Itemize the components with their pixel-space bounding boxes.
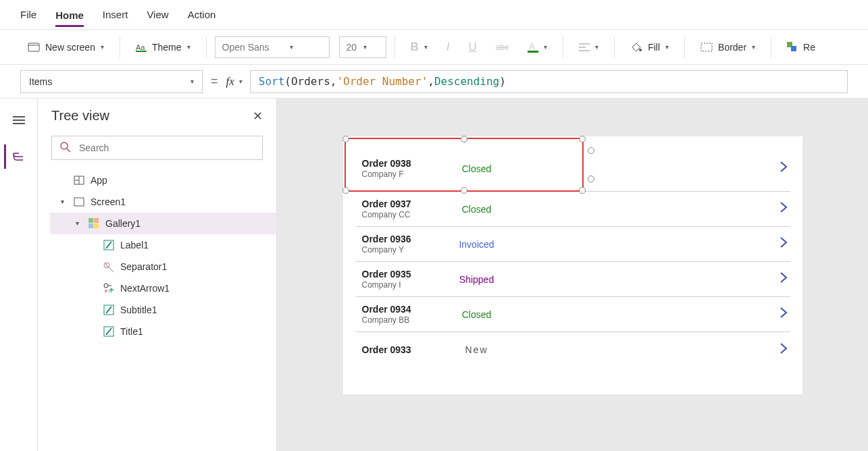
menu-item-insert[interactable]: Insert — [103, 9, 128, 20]
tree-node-label: NextArrow1 — [120, 283, 170, 294]
svg-rect-21 — [74, 198, 84, 206]
formula-token: ) — [499, 75, 506, 88]
font-color-button[interactable]: A ▾ — [520, 37, 555, 57]
gallery-row[interactable]: Order 0937Company CCClosed — [355, 192, 790, 227]
svg-rect-23 — [94, 218, 99, 223]
chevron-down-icon: ▾ — [595, 43, 598, 51]
new-screen-button[interactable]: New screen ▾ — [20, 37, 111, 57]
tree-node-gallery1[interactable]: ▾Gallery1 — [50, 213, 276, 234]
chevron-down-icon: ▾ — [101, 43, 104, 51]
chevron-right-icon[interactable] — [780, 271, 788, 287]
menu-item-view[interactable]: View — [147, 9, 168, 20]
formula-token: Descending — [434, 75, 499, 88]
chevron-down-icon: ▾ — [290, 43, 293, 51]
tree-node-nextarrow1[interactable]: NextArrow1 — [50, 277, 276, 299]
svg-point-28 — [104, 284, 108, 288]
font-family-select[interactable]: Open Sans ▾ — [215, 36, 330, 58]
resize-handle[interactable] — [579, 136, 586, 142]
chevron-right-icon[interactable] — [780, 161, 788, 176]
menu-item-file[interactable]: File — [20, 9, 36, 20]
border-button[interactable]: Border ▾ — [693, 37, 763, 57]
svg-rect-25 — [94, 223, 99, 228]
chevron-down-icon: ▾ — [238, 78, 242, 85]
work-area: Tree view ✕ App▾Screen1▾Gallery1Label1Se… — [0, 99, 868, 451]
fill-label: Fill — [648, 42, 660, 53]
gallery-row[interactable]: Order 0938Company FClosed — [355, 146, 790, 192]
align-button[interactable]: ▾ — [571, 38, 606, 57]
theme-icon: Aa — [136, 43, 147, 52]
italic-button[interactable]: I — [439, 36, 457, 59]
menu-item-action[interactable]: Action — [188, 9, 216, 20]
font-family-value: Open Sans — [222, 42, 270, 53]
underline-icon: U — [469, 41, 477, 54]
tree-node-app[interactable]: App — [50, 169, 276, 191]
close-icon[interactable]: ✕ — [253, 109, 263, 124]
search-input[interactable] — [78, 142, 254, 154]
theme-button[interactable]: Aa Theme ▾ — [128, 37, 198, 57]
caret-icon: ▾ — [61, 198, 68, 205]
tree-node-screen1[interactable]: ▾Screen1 — [50, 191, 276, 213]
fx-button[interactable]: fx ▾ — [226, 75, 242, 88]
tree-node-label: Label1 — [120, 240, 149, 250]
chevron-right-icon[interactable] — [780, 236, 788, 252]
gallery-control[interactable]: Order 0938Company FClosedOrder 0937Compa… — [355, 146, 790, 385]
svg-rect-10 — [701, 43, 712, 51]
tree-search[interactable] — [51, 136, 263, 160]
tree-node-label: Screen1 — [91, 196, 126, 207]
resize-handle[interactable] — [461, 136, 467, 142]
tree-node-label: Subtitle1 — [120, 304, 157, 315]
underline-button[interactable]: U — [461, 36, 484, 59]
fx-icon: fx — [226, 75, 234, 88]
row-status: Shipped — [436, 274, 517, 285]
svg-line-17 — [67, 149, 70, 152]
tree-node-label: Gallery1 — [105, 218, 141, 229]
chevron-down-icon: ▾ — [665, 43, 669, 51]
tree: App▾Screen1▾Gallery1Label1Separator1Next… — [38, 169, 276, 342]
separator — [771, 36, 771, 58]
font-size-value: 20 — [347, 42, 357, 53]
property-select[interactable]: Items ▾ — [20, 70, 203, 93]
rail-hamburger[interactable] — [5, 108, 32, 132]
row-title: Order 0937 — [362, 198, 436, 209]
resize-handle[interactable] — [342, 187, 349, 194]
chevron-right-icon[interactable] — [780, 342, 788, 358]
new-screen-icon — [28, 43, 40, 52]
menu-item-home[interactable]: Home — [55, 9, 84, 27]
resize-handle[interactable] — [342, 136, 349, 142]
formula-token: Sort — [259, 75, 285, 88]
separator — [684, 36, 685, 58]
chevron-right-icon[interactable] — [780, 307, 788, 322]
tree-node-label: Separator1 — [120, 261, 167, 272]
strike-button[interactable]: abc — [488, 38, 516, 57]
gallery-row[interactable]: Order 0933New — [355, 332, 790, 367]
canvas[interactable]: Order 0938Company FClosedOrder 0937Compa… — [277, 99, 868, 451]
tree-node-separator1[interactable]: Separator1 — [50, 256, 276, 277]
svg-point-16 — [61, 142, 68, 149]
gallery-row[interactable]: Order 0935Company IShipped — [355, 262, 790, 297]
gallery-row[interactable]: Order 0934Company BBClosed — [355, 297, 790, 332]
border-label: Border — [718, 42, 746, 53]
tree-title: Tree view — [51, 108, 109, 124]
row-title: Order 0936 — [362, 234, 436, 244]
chevron-down-icon: ▾ — [363, 43, 367, 51]
reorder-button[interactable]: Re — [780, 37, 823, 57]
caret-icon: ▾ — [76, 219, 82, 227]
chevron-right-icon[interactable] — [780, 201, 788, 217]
label-icon — [103, 239, 115, 251]
formula-input[interactable]: Sort ( Orders , 'Order Number' , Descend… — [250, 70, 848, 93]
row-status: Closed — [436, 163, 517, 174]
label-icon — [103, 304, 115, 316]
chevron-down-icon: ▾ — [752, 43, 755, 51]
tree-node-title1[interactable]: Title1 — [50, 321, 276, 342]
reorder-label: Re — [803, 42, 815, 53]
app-icon — [73, 174, 85, 186]
tree-node-subtitle1[interactable]: Subtitle1 — [50, 299, 276, 321]
font-size-select[interactable]: 20 ▾ — [339, 36, 386, 58]
row-title: Order 0933 — [362, 344, 436, 355]
fill-button[interactable]: Fill ▾ — [623, 37, 676, 57]
tree-node-label1[interactable]: Label1 — [50, 234, 276, 256]
rail-tree-view[interactable] — [4, 144, 31, 169]
bold-button[interactable]: B▾ — [403, 36, 435, 59]
gallery-row[interactable]: Order 0936Company YInvoiced — [355, 227, 790, 262]
chevron-down-icon: ▾ — [424, 43, 428, 51]
